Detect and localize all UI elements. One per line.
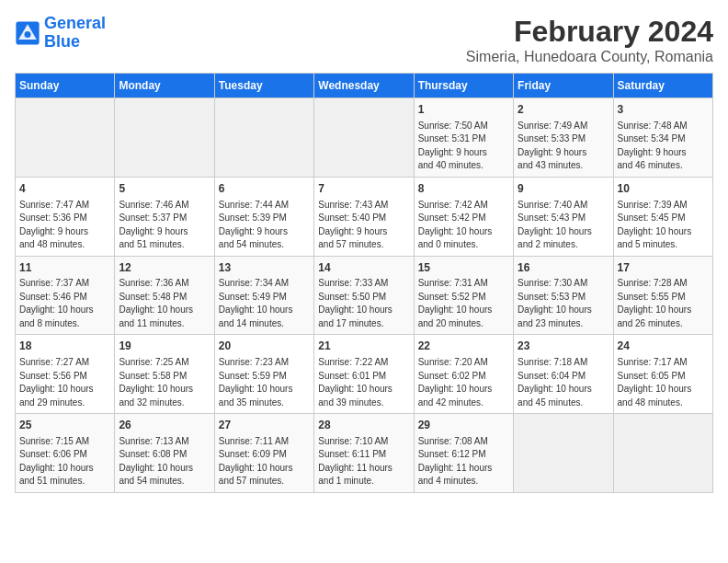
day-number: 24 (618, 339, 709, 354)
calendar-cell: 4Sunrise: 7:47 AM Sunset: 5:36 PM Daylig… (16, 177, 115, 256)
calendar-cell: 5Sunrise: 7:46 AM Sunset: 5:37 PM Daylig… (115, 177, 214, 256)
day-number: 12 (119, 260, 210, 276)
calendar-cell: 9Sunrise: 7:40 AM Sunset: 5:43 PM Daylig… (514, 177, 613, 256)
day-number: 6 (219, 181, 310, 197)
day-info: Sunrise: 7:23 AM Sunset: 5:59 PM Dayligh… (219, 356, 310, 409)
day-info: Sunrise: 7:28 AM Sunset: 5:55 PM Dayligh… (618, 277, 709, 330)
day-number: 19 (119, 339, 210, 354)
title-area: February 2024 Simeria, Hunedoara County,… (466, 15, 713, 65)
weekday-header-monday: Monday (115, 74, 214, 98)
calendar-cell: 21Sunrise: 7:22 AM Sunset: 6:01 PM Dayli… (314, 335, 414, 414)
day-number: 1 (418, 102, 509, 118)
day-info: Sunrise: 7:37 AM Sunset: 5:46 PM Dayligh… (19, 277, 110, 330)
day-number: 4 (19, 181, 110, 197)
day-number: 25 (19, 418, 110, 433)
calendar-week-row: 25Sunrise: 7:15 AM Sunset: 6:06 PM Dayli… (16, 414, 713, 493)
weekday-header-row: SundayMondayTuesdayWednesdayThursdayFrid… (16, 74, 713, 98)
logo: General Blue (15, 15, 106, 52)
calendar-week-row: 11Sunrise: 7:37 AM Sunset: 5:46 PM Dayli… (16, 256, 713, 335)
day-info: Sunrise: 7:22 AM Sunset: 6:01 PM Dayligh… (318, 356, 409, 409)
header: General Blue February 2024 Simeria, Hune… (15, 15, 713, 65)
main-title: February 2024 (466, 15, 713, 49)
day-info: Sunrise: 7:17 AM Sunset: 6:05 PM Dayligh… (618, 356, 709, 409)
calendar-cell: 2Sunrise: 7:49 AM Sunset: 5:33 PM Daylig… (514, 98, 613, 178)
day-number: 3 (618, 102, 709, 118)
weekday-header-thursday: Thursday (414, 74, 513, 98)
calendar-cell: 19Sunrise: 7:25 AM Sunset: 5:58 PM Dayli… (115, 335, 214, 414)
weekday-header-sunday: Sunday (16, 74, 115, 98)
calendar-cell: 29Sunrise: 7:08 AM Sunset: 6:12 PM Dayli… (414, 414, 513, 493)
calendar-week-row: 18Sunrise: 7:27 AM Sunset: 5:56 PM Dayli… (16, 335, 713, 414)
logo-text: General Blue (44, 15, 106, 52)
calendar-cell: 14Sunrise: 7:33 AM Sunset: 5:50 PM Dayli… (314, 256, 414, 335)
day-info: Sunrise: 7:39 AM Sunset: 5:45 PM Dayligh… (618, 199, 709, 252)
day-number: 2 (518, 102, 609, 118)
day-info: Sunrise: 7:33 AM Sunset: 5:50 PM Dayligh… (318, 277, 409, 330)
weekday-header-saturday: Saturday (613, 74, 712, 98)
calendar-cell: 23Sunrise: 7:18 AM Sunset: 6:04 PM Dayli… (514, 335, 613, 414)
calendar-cell: 28Sunrise: 7:10 AM Sunset: 6:11 PM Dayli… (314, 414, 414, 493)
day-number: 16 (518, 260, 609, 276)
day-number: 7 (318, 181, 409, 197)
day-number: 26 (119, 418, 210, 433)
day-number: 20 (219, 339, 310, 354)
day-number: 8 (418, 181, 509, 197)
day-number: 9 (518, 181, 609, 197)
day-info: Sunrise: 7:48 AM Sunset: 5:34 PM Dayligh… (618, 120, 709, 173)
calendar-cell: 18Sunrise: 7:27 AM Sunset: 5:56 PM Dayli… (16, 335, 115, 414)
calendar-cell: 27Sunrise: 7:11 AM Sunset: 6:09 PM Dayli… (214, 414, 313, 493)
subtitle: Simeria, Hunedoara County, Romania (466, 49, 713, 65)
weekday-header-tuesday: Tuesday (214, 74, 313, 98)
day-info: Sunrise: 7:40 AM Sunset: 5:43 PM Dayligh… (518, 199, 609, 252)
svg-point-2 (25, 31, 31, 38)
day-number: 17 (618, 260, 709, 276)
calendar-cell (214, 98, 313, 178)
calendar-cell: 15Sunrise: 7:31 AM Sunset: 5:52 PM Dayli… (414, 256, 513, 335)
calendar-cell: 8Sunrise: 7:42 AM Sunset: 5:42 PM Daylig… (414, 177, 513, 256)
calendar-cell: 26Sunrise: 7:13 AM Sunset: 6:08 PM Dayli… (115, 414, 214, 493)
calendar-cell: 11Sunrise: 7:37 AM Sunset: 5:46 PM Dayli… (16, 256, 115, 335)
day-info: Sunrise: 7:46 AM Sunset: 5:37 PM Dayligh… (119, 199, 210, 252)
day-info: Sunrise: 7:50 AM Sunset: 5:31 PM Dayligh… (418, 120, 509, 173)
day-info: Sunrise: 7:11 AM Sunset: 6:09 PM Dayligh… (219, 435, 310, 488)
day-info: Sunrise: 7:13 AM Sunset: 6:08 PM Dayligh… (119, 435, 210, 488)
calendar-week-row: 4Sunrise: 7:47 AM Sunset: 5:36 PM Daylig… (16, 177, 713, 256)
calendar-cell (314, 98, 414, 178)
day-info: Sunrise: 7:44 AM Sunset: 5:39 PM Dayligh… (219, 199, 310, 252)
day-number: 21 (318, 339, 409, 354)
day-info: Sunrise: 7:31 AM Sunset: 5:52 PM Dayligh… (418, 277, 509, 330)
day-info: Sunrise: 7:27 AM Sunset: 5:56 PM Dayligh… (19, 356, 110, 409)
day-number: 10 (618, 181, 709, 197)
day-number: 28 (318, 418, 409, 433)
day-info: Sunrise: 7:25 AM Sunset: 5:58 PM Dayligh… (119, 356, 210, 409)
day-info: Sunrise: 7:34 AM Sunset: 5:49 PM Dayligh… (219, 277, 310, 330)
day-info: Sunrise: 7:36 AM Sunset: 5:48 PM Dayligh… (119, 277, 210, 330)
day-number: 29 (418, 418, 509, 433)
weekday-header-wednesday: Wednesday (314, 74, 414, 98)
day-number: 5 (119, 181, 210, 197)
calendar-cell: 20Sunrise: 7:23 AM Sunset: 5:59 PM Dayli… (214, 335, 313, 414)
day-info: Sunrise: 7:30 AM Sunset: 5:53 PM Dayligh… (518, 277, 609, 330)
day-info: Sunrise: 7:18 AM Sunset: 6:04 PM Dayligh… (518, 356, 609, 409)
calendar-cell: 10Sunrise: 7:39 AM Sunset: 5:45 PM Dayli… (613, 177, 712, 256)
day-number: 27 (219, 418, 310, 433)
calendar-cell: 24Sunrise: 7:17 AM Sunset: 6:05 PM Dayli… (613, 335, 712, 414)
day-number: 15 (418, 260, 509, 276)
calendar-cell: 3Sunrise: 7:48 AM Sunset: 5:34 PM Daylig… (613, 98, 712, 178)
calendar-cell (115, 98, 214, 178)
day-info: Sunrise: 7:42 AM Sunset: 5:42 PM Dayligh… (418, 199, 509, 252)
day-info: Sunrise: 7:49 AM Sunset: 5:33 PM Dayligh… (518, 120, 609, 173)
calendar-cell: 6Sunrise: 7:44 AM Sunset: 5:39 PM Daylig… (214, 177, 313, 256)
calendar-cell: 13Sunrise: 7:34 AM Sunset: 5:49 PM Dayli… (214, 256, 313, 335)
day-number: 23 (518, 339, 609, 354)
day-info: Sunrise: 7:08 AM Sunset: 6:12 PM Dayligh… (418, 435, 509, 488)
calendar-cell: 12Sunrise: 7:36 AM Sunset: 5:48 PM Dayli… (115, 256, 214, 335)
day-info: Sunrise: 7:10 AM Sunset: 6:11 PM Dayligh… (318, 435, 409, 488)
calendar-week-row: 1Sunrise: 7:50 AM Sunset: 5:31 PM Daylig… (16, 98, 713, 178)
day-number: 22 (418, 339, 509, 354)
calendar-cell: 17Sunrise: 7:28 AM Sunset: 5:55 PM Dayli… (613, 256, 712, 335)
day-number: 18 (19, 339, 110, 354)
day-info: Sunrise: 7:43 AM Sunset: 5:40 PM Dayligh… (318, 199, 409, 252)
day-info: Sunrise: 7:47 AM Sunset: 5:36 PM Dayligh… (19, 199, 110, 252)
calendar-table: SundayMondayTuesdayWednesdayThursdayFrid… (15, 73, 713, 493)
